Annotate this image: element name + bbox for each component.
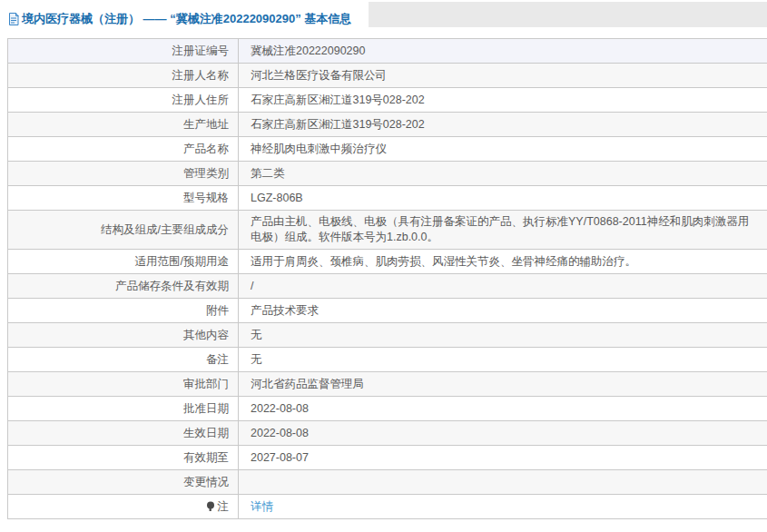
row-label-text: 生效日期 (183, 426, 229, 441)
row-value-text: 2022-08-08 (251, 426, 309, 441)
row-label-text: 结构及组成/主要组成成分 (101, 222, 229, 238)
row-label-text: 注册证编号 (172, 44, 230, 59)
row-label: 附件 (8, 299, 239, 322)
row-label: 有效期至 (8, 446, 239, 469)
row-value: 2022-08-08 (239, 397, 767, 420)
table-row: 审批部门河北省药品监督管理局 (8, 372, 767, 397)
row-value-text: 无 (251, 352, 262, 368)
table-row: 生产地址石家庄高新区湘江道319号028-202 (8, 113, 767, 137)
row-value: LGZ-806B (239, 186, 767, 210)
row-label: 产品名称 (8, 137, 239, 161)
row-value: 第二类 (239, 162, 767, 185)
table-row: 结构及组成/主要组成成分产品由主机、电极线、电极（具有注册备案证的产品、执行标准… (8, 211, 767, 250)
row-label-text: 型号规格 (183, 191, 229, 206)
row-value: 冀械注准20222090290 (239, 39, 767, 63)
row-value-text: LGZ-806B (251, 191, 303, 206)
row-value: 适用于肩周炎、颈椎病、肌肉劳损、风湿性关节炎、坐骨神经痛的辅助治疗。 (239, 250, 767, 273)
table-row: 注册证编号冀械注准20222090290 (8, 39, 767, 64)
row-label: 结构及组成/主要组成成分 (8, 211, 239, 249)
row-value-text: / (251, 279, 253, 294)
row-label-text: 管理类别 (183, 166, 229, 182)
table-row: 产品名称神经肌肉电刺激中频治疗仪 (8, 137, 767, 162)
row-value: 无 (239, 348, 767, 371)
row-label-text: 产品储存条件及有效期 (115, 279, 229, 294)
table-row: 注册人名称河北兰格医疗设备有限公司 (8, 64, 767, 88)
row-value: / (239, 274, 767, 298)
row-value: 河北省药品监督管理局 (239, 372, 767, 396)
row-value-text: 河北省药品监督管理局 (251, 377, 364, 392)
table-row: 变更情况 (8, 470, 767, 495)
table-row: 型号规格LGZ-806B (8, 186, 767, 211)
note-bulb-icon (206, 501, 215, 512)
table-row: 注册人住所石家庄高新区湘江道319号028-202 (8, 88, 767, 113)
row-value: 神经肌肉电刺激中频治疗仪 (239, 137, 767, 161)
row-label-text: 审批部门 (183, 377, 229, 392)
table-row: 有效期至2027-08-07 (8, 446, 767, 470)
table-row: 批准日期2022-08-08 (8, 397, 767, 421)
row-label-text: 附件 (206, 303, 229, 319)
row-label: 适用范围/预期用途 (8, 250, 239, 273)
row-value: 详情 (239, 495, 767, 518)
page-header: 境内医疗器械（注册） —— “冀械注准20222090290” 基本信息 (0, 0, 767, 38)
row-label-text: 注册人住所 (172, 93, 230, 108)
table-row: 备注无 (8, 348, 767, 372)
row-label: 产品储存条件及有效期 (8, 274, 239, 298)
row-value-text: 产品由主机、电极线、电极（具有注册备案证的产品、执行标准YY/T0868-201… (251, 214, 758, 245)
row-label: 其他内容 (8, 323, 239, 347)
row-label: 注 (8, 495, 239, 518)
table-row: 其他内容无 (8, 323, 767, 348)
page-title-text: 境内医疗器械（注册） —— “冀械注准20222090290” 基本信息 (22, 11, 351, 27)
row-label: 生产地址 (8, 113, 239, 136)
row-label-text: 生产地址 (183, 117, 229, 133)
row-value-text: 河北兰格医疗设备有限公司 (251, 68, 387, 84)
row-value: 石家庄高新区湘江道319号028-202 (239, 113, 767, 136)
row-label: 生效日期 (8, 421, 239, 445)
row-label-text: 适用范围/预期用途 (135, 254, 229, 270)
row-value-text: 适用于肩周炎、颈椎病、肌肉劳损、风湿性关节炎、坐骨神经痛的辅助治疗。 (251, 254, 636, 270)
table-row: 附件产品技术要求 (8, 299, 767, 323)
row-label: 管理类别 (8, 162, 239, 185)
table-row: 适用范围/预期用途适用于肩周炎、颈椎病、肌肉劳损、风湿性关节炎、坐骨神经痛的辅助… (8, 250, 767, 274)
table-row: 管理类别第二类 (8, 162, 767, 186)
row-value: 2022-08-08 (239, 421, 767, 445)
detail-link[interactable]: 详情 (251, 499, 273, 515)
row-value: 2027-08-07 (239, 446, 767, 469)
row-value-text: 石家庄高新区湘江道319号028-202 (251, 117, 425, 133)
document-icon (8, 13, 19, 25)
row-value-text: 石家庄高新区湘江道319号028-202 (251, 93, 425, 108)
row-value: 产品由主机、电极线、电极（具有注册备案证的产品、执行标准YY/T0868-201… (239, 211, 767, 249)
row-value: 无 (239, 323, 767, 347)
table-row: 注详情 (8, 495, 767, 519)
title-tab: 境内医疗器械（注册） —— “冀械注准20222090290” 基本信息 (0, 0, 369, 38)
row-value-text: 2022-08-08 (251, 401, 309, 417)
row-value: 石家庄高新区湘江道319号028-202 (239, 88, 767, 112)
row-label-text: 其他内容 (183, 328, 229, 343)
row-value-text: 冀械注准20222090290 (251, 44, 365, 59)
row-value-text: 第二类 (251, 166, 285, 182)
row-value-text: 神经肌肉电刺激中频治疗仪 (251, 142, 387, 157)
row-label: 型号规格 (8, 186, 239, 210)
page-title: 境内医疗器械（注册） —— “冀械注准20222090290” 基本信息 (8, 11, 351, 27)
row-label: 审批部门 (8, 372, 239, 396)
row-label-text: 注 (218, 499, 230, 515)
row-value: 河北兰格医疗设备有限公司 (239, 64, 767, 87)
row-label: 注册人住所 (8, 88, 239, 112)
row-label-text: 有效期至 (183, 450, 229, 466)
row-label-text: 变更情况 (183, 475, 229, 490)
row-label: 注册证编号 (8, 39, 239, 63)
info-table: 注册证编号冀械注准20222090290注册人名称河北兰格医疗设备有限公司注册人… (7, 38, 767, 519)
row-label-text: 备注 (206, 352, 229, 368)
row-value-text: 产品技术要求 (251, 303, 319, 319)
row-value (239, 470, 767, 494)
row-value-text: 2027-08-07 (251, 450, 309, 466)
table-row: 生效日期2022-08-08 (8, 421, 767, 446)
row-label: 备注 (8, 348, 239, 371)
row-label-text: 批准日期 (183, 401, 229, 417)
table-row: 产品储存条件及有效期/ (8, 274, 767, 299)
row-label: 变更情况 (8, 470, 239, 494)
row-label: 注册人名称 (8, 64, 239, 87)
row-label-text: 产品名称 (183, 142, 229, 157)
row-value-text: 无 (251, 328, 262, 343)
row-value: 产品技术要求 (239, 299, 767, 322)
row-label-text: 注册人名称 (172, 68, 230, 84)
